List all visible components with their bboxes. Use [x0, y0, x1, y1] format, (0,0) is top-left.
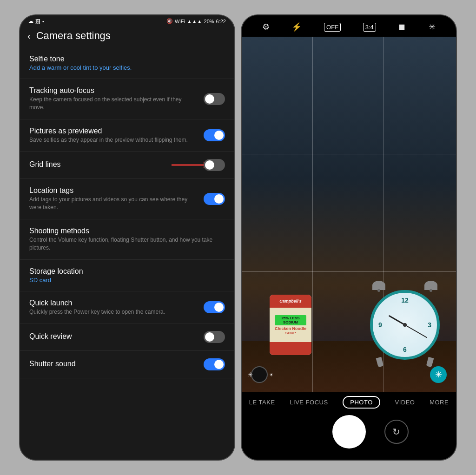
- setting-selfie-tone-title: Selfie tone: [29, 55, 219, 63]
- red-arrow-line: [172, 165, 209, 166]
- clock-center: [403, 323, 407, 327]
- clock-bells: [368, 281, 442, 290]
- setting-quick-review[interactable]: Quick review: [20, 323, 234, 351]
- setting-quick-launch[interactable]: Quick launch Quickly press the Power key…: [20, 291, 234, 324]
- wifi-icon: WiFi: [175, 19, 185, 24]
- tracking-toggle[interactable]: [204, 93, 225, 105]
- grid-lines-toggle[interactable]: [204, 159, 225, 171]
- dot-icon: •: [42, 19, 44, 24]
- aspect-ratio-label[interactable]: 3:4: [363, 23, 376, 32]
- clock-6: 6: [403, 346, 407, 353]
- setting-selfie-tone-info: Selfie tone Add a warm or cool tint to y…: [29, 55, 219, 71]
- header-bar: ‹ Camera settings: [20, 26, 234, 47]
- red-arrow: [172, 165, 209, 166]
- tracking-toggle-track: [204, 93, 225, 105]
- shutter-row: ↻: [242, 410, 456, 456]
- quick-launch-toggle-thumb: [214, 303, 224, 312]
- shutter-toggle-thumb: [214, 360, 224, 369]
- quick-review-toggle-track: [204, 331, 225, 343]
- shutter-toggle-track: [204, 358, 225, 370]
- setting-shutter-sound[interactable]: Shutter sound: [20, 351, 234, 378]
- live-focus-icon: ✳: [435, 369, 442, 380]
- mode-video[interactable]: VIDEO: [395, 399, 415, 406]
- campbells-brand: Campbell's: [279, 299, 302, 303]
- can-chicken: Chicken Noodle: [275, 326, 306, 331]
- setting-storage-info: Storage location SD card: [29, 267, 219, 284]
- flip-icon: ↻: [392, 426, 400, 437]
- setting-storage-location[interactable]: Storage location SD card: [20, 260, 234, 291]
- shutter-toggle[interactable]: [204, 358, 225, 370]
- page-title: Camera settings: [36, 30, 111, 42]
- can-soup-label: SOUP: [285, 331, 296, 335]
- campbells-can: Campbell's 25% LESS SODIUM Chicken Noodl…: [270, 295, 311, 355]
- flash-off-label[interactable]: OFF: [324, 23, 341, 32]
- back-button[interactable]: ‹: [27, 31, 31, 41]
- flash-icon[interactable]: ⚡: [291, 22, 302, 32]
- setting-shooting-desc: Control the Volume key function, floatin…: [29, 236, 219, 252]
- focus-icons: ☀ ☀ ✳: [242, 363, 456, 386]
- setting-tracking-info: Tracking auto-focus Keep the camera focu…: [29, 86, 198, 112]
- quick-review-toggle[interactable]: [204, 331, 225, 343]
- pictures-toggle-thumb: [214, 131, 224, 140]
- settings-icon[interactable]: ⚙: [262, 22, 270, 32]
- grid-toggle-track: [204, 159, 225, 171]
- cloud-icon: ☁: [28, 18, 33, 24]
- grid-toggle-thumb: [205, 160, 214, 170]
- setting-quick-review-title: Quick review: [29, 332, 198, 341]
- timer-icon[interactable]: ⏹: [398, 22, 406, 32]
- setting-quick-launch-desc: Quickly press the Power key twice to ope…: [29, 308, 198, 316]
- setting-pictures-desc: Save selfies as they appear in the previ…: [29, 136, 198, 144]
- location-toggle[interactable]: [204, 193, 225, 205]
- can-body: Campbell's 25% LESS SODIUM Chicken Noodl…: [270, 295, 311, 355]
- clock-3: 3: [428, 321, 431, 329]
- setting-location-title: Location tags: [29, 186, 198, 195]
- setting-tracking-title: Tracking auto-focus: [29, 86, 198, 95]
- exposure-down-icon: ☀: [247, 371, 253, 378]
- clock-12: 12: [401, 297, 409, 304]
- setting-tracking-autofocus[interactable]: Tracking auto-focus Keep the camera focu…: [20, 79, 234, 119]
- mode-le-take[interactable]: LE TAKE: [249, 399, 275, 406]
- live-focus-button[interactable]: ✳: [430, 366, 447, 383]
- battery-label: 20%: [204, 19, 214, 24]
- pictures-toggle-track: [204, 129, 225, 141]
- mute-icon: 🔇: [166, 18, 173, 24]
- can-label-bottom: [270, 342, 311, 355]
- quick-review-toggle-thumb: [205, 332, 214, 342]
- right-phone: ⚙ ⚡ OFF 3:4 ⏹ ✳ Campbell's: [241, 14, 457, 461]
- location-toggle-track: [204, 193, 225, 205]
- status-bar-left: ☁ 🖼 •: [28, 18, 44, 24]
- setting-grid-lines[interactable]: Grid lines: [20, 152, 234, 179]
- setting-quick-launch-info: Quick launch Quickly press the Power key…: [29, 299, 198, 316]
- clock-face: 12 3 6 9: [370, 290, 440, 360]
- setting-pictures-title: Pictures as previewed: [29, 127, 198, 135]
- setting-storage-title: Storage location: [29, 267, 219, 276]
- pictures-toggle[interactable]: [204, 129, 225, 141]
- setting-selfie-tone[interactable]: Selfie tone Add a warm or cool tint to y…: [20, 47, 234, 79]
- mode-live-focus[interactable]: LIVE FOCUS: [290, 399, 328, 406]
- bell-left: [372, 281, 385, 290]
- settings-list: Selfie tone Add a warm or cool tint to y…: [20, 47, 234, 460]
- mode-photo[interactable]: PHOTO: [343, 396, 380, 409]
- setting-tracking-desc: Keep the camera focused on the selected …: [29, 96, 198, 112]
- flip-camera-button[interactable]: ↻: [384, 420, 409, 444]
- status-bar-right: 🔇 WiFi ▲▲▲ 20% 6:22: [166, 18, 226, 24]
- setting-location-desc: Add tags to your pictures and videos so …: [29, 196, 198, 211]
- camera-bottom: LE TAKE LIVE FOCUS PHOTO VIDEO MORE ↻: [242, 392, 456, 460]
- alarm-clock: 12 3 6 9: [368, 281, 442, 364]
- mode-more[interactable]: MORE: [430, 399, 449, 406]
- filter-icon[interactable]: ✳: [429, 22, 436, 32]
- setting-selfie-tone-desc: Add a warm or cool tint to your selfies.: [29, 64, 219, 71]
- exposure-control[interactable]: ☀ ☀: [251, 366, 268, 383]
- quick-launch-toggle[interactable]: [204, 301, 225, 313]
- setting-shooting-methods[interactable]: Shooting methods Control the Volume key …: [20, 219, 234, 260]
- setting-location-tags[interactable]: Location tags Add tags to your pictures …: [20, 179, 234, 219]
- setting-shooting-title: Shooting methods: [29, 227, 219, 235]
- time-label: 6:22: [216, 19, 226, 24]
- signal-icon: ▲▲▲: [187, 19, 202, 24]
- shutter-button[interactable]: [332, 415, 366, 449]
- clock-hand-minute: [405, 324, 428, 338]
- setting-shutter-info: Shutter sound: [29, 360, 198, 369]
- setting-pictures-previewed[interactable]: Pictures as previewed Save selfies as th…: [20, 119, 234, 152]
- setting-storage-desc: SD card: [29, 277, 219, 284]
- setting-quick-review-info: Quick review: [29, 332, 198, 342]
